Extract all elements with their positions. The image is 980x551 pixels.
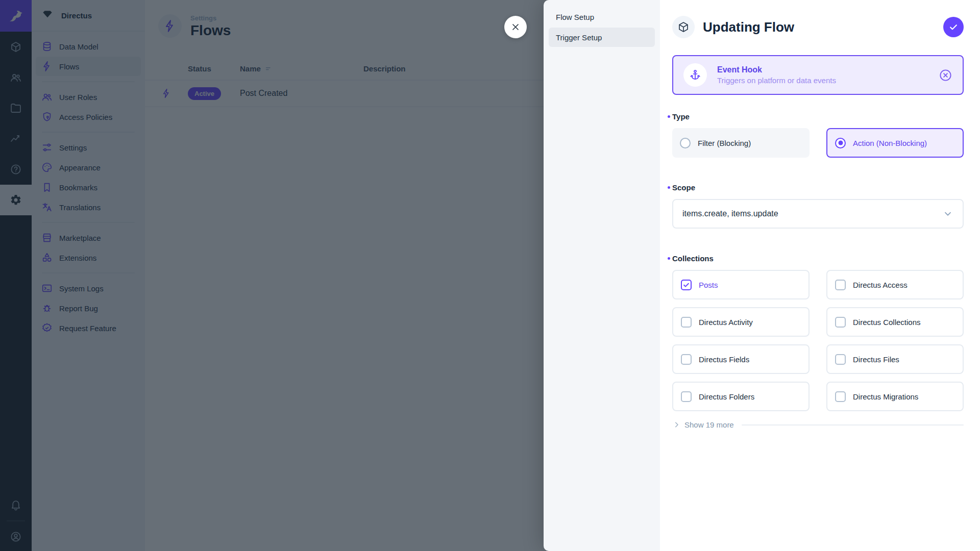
remove-trigger-button[interactable] (939, 68, 952, 82)
radio-checked-icon (835, 138, 846, 148)
save-button[interactable] (943, 17, 964, 37)
checkbox-directus-activity[interactable]: Directus Activity (672, 307, 810, 337)
collections-field: Collections Posts Directus Access (672, 254, 964, 429)
trigger-type-title: Event Hook (717, 65, 928, 74)
radio-icon (680, 138, 691, 148)
checkbox-directus-files[interactable]: Directus Files (826, 344, 964, 374)
show-more-button[interactable]: Show 19 more (672, 420, 964, 429)
drawer-nav-trigger-setup[interactable]: Trigger Setup (549, 28, 655, 47)
event-hook-card[interactable]: Event Hook Triggers on platform or data … (672, 55, 964, 95)
checkbox-icon (835, 354, 846, 365)
checkbox-icon (681, 317, 692, 328)
checkbox-checked-icon (681, 280, 692, 290)
anchor-icon (683, 63, 707, 87)
checkbox-icon (835, 317, 846, 328)
checkbox-directus-fields[interactable]: Directus Fields (672, 344, 810, 374)
checkbox-icon (681, 354, 692, 365)
drawer-close-button[interactable] (504, 16, 527, 38)
show-more-label: Show 19 more (684, 420, 734, 429)
scope-field: Scope items.create, items.update (672, 183, 964, 229)
close-icon (510, 22, 521, 32)
drawer-title: Updating Flow (703, 19, 935, 35)
radio-action-non-blocking[interactable]: Action (Non-Blocking) (826, 128, 964, 158)
trigger-type-subtitle: Triggers on platform or data events (717, 76, 928, 85)
checkbox-icon (681, 391, 692, 402)
drawer-header-icon-button[interactable] (672, 16, 695, 38)
checkbox-directus-access[interactable]: Directus Access (826, 270, 964, 299)
type-label: Type (672, 112, 690, 121)
box-icon (677, 21, 690, 33)
show-more-divider (742, 424, 964, 425)
type-field: Type Filter (Blocking) Action (Non-Block… (672, 112, 964, 158)
chevron-down-icon (942, 208, 953, 219)
checkbox-directus-folders[interactable]: Directus Folders (672, 382, 810, 411)
checkbox-icon (835, 391, 846, 402)
drawer-main: Updating Flow Event Hook Triggers on pla… (660, 0, 980, 551)
checkbox-posts[interactable]: Posts (672, 270, 810, 299)
checkbox-directus-collections[interactable]: Directus Collections (826, 307, 964, 337)
collections-label: Collections (672, 254, 714, 263)
check-icon (948, 22, 959, 32)
scope-value: items.create, items.update (682, 209, 942, 218)
radio-filter-blocking[interactable]: Filter (Blocking) (672, 128, 810, 158)
drawer-nav: Flow Setup Trigger Setup (544, 0, 660, 551)
drawer-nav-flow-setup[interactable]: Flow Setup (549, 7, 655, 27)
updating-flow-drawer: Flow Setup Trigger Setup Updating Flow E… (544, 0, 980, 551)
cancel-circle-icon (939, 68, 952, 82)
scope-label: Scope (672, 183, 695, 192)
checkbox-icon (835, 280, 846, 290)
scope-select[interactable]: items.create, items.update (672, 199, 964, 229)
checkbox-directus-migrations[interactable]: Directus Migrations (826, 382, 964, 411)
chevron-right-icon (672, 420, 681, 429)
